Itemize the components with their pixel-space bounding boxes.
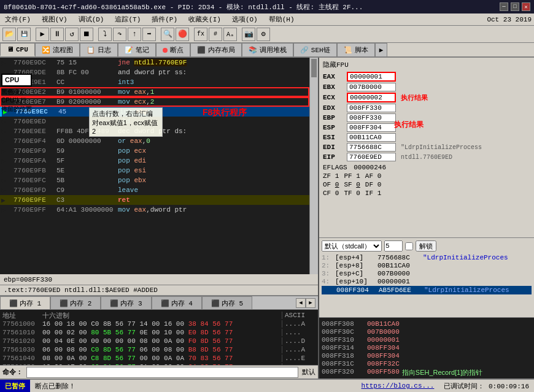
if-val[interactable]: 1 (377, 190, 382, 197)
code-row-10[interactable]: ▶ 7760E9FA 5F pop edi (0, 156, 309, 166)
reg-esi-value[interactable] (347, 133, 396, 142)
menu-favorites[interactable]: 收藏夹(I) (186, 15, 223, 24)
mem-nav-left[interactable]: ◀ (296, 298, 306, 308)
mem-row-2[interactable]: 77561020 00 04 0E 00 00 00 00 00 08 00 0… (1, 337, 317, 345)
mem-row-4[interactable]: 77561040 08 00 0A 00 C8 8D 56 77 00 00 0… (1, 354, 317, 363)
menu-options[interactable]: 选项(O) (230, 15, 260, 24)
tb-step-out[interactable]: ↑ (128, 28, 141, 41)
disasm-scrollbar[interactable] (309, 58, 318, 274)
unlock-button[interactable]: 解锁 (416, 240, 436, 252)
tab-notes[interactable]: 📝 笔记 (118, 43, 156, 56)
reg-eax-value[interactable] (347, 72, 396, 82)
reg-ebp-value[interactable] (347, 113, 396, 122)
tb-pause[interactable]: ⏸ (50, 28, 64, 41)
mem-tab-3[interactable]: ⬛ 内存 3 (101, 296, 151, 309)
menu-trace[interactable]: 追踪(T) (112, 15, 143, 24)
tab-breakpoints[interactable]: 断点 (156, 43, 190, 56)
tb-stop[interactable]: ⏹ (80, 28, 93, 41)
af-val[interactable]: 0 (377, 172, 382, 180)
code-row-15[interactable]: ▶ 7760E9FF 64:A1 30000000 mov eax,dword … (0, 205, 309, 215)
status-url[interactable]: https://blog.cs... (357, 382, 439, 390)
mem-tab-2[interactable]: ⬛ 内存 2 (50, 296, 101, 309)
code-row-4[interactable]: ▶ 7760E9E7 B9 02000000 mov ecx,2 (0, 97, 309, 107)
mem-tab-5[interactable]: ⬛ 内存 5 (202, 296, 252, 309)
menu-help[interactable]: 帮助(H) (266, 15, 297, 24)
close-button[interactable]: ✕ (522, 2, 530, 11)
tab-flowchart[interactable]: 🔀 流程图 (35, 43, 80, 56)
code-row-2[interactable]: ▶ 7760E9E1 CC int3 (0, 77, 309, 87)
tf-val[interactable]: 0 (356, 190, 360, 197)
tb-hash[interactable]: # (209, 28, 222, 41)
tb-goto[interactable]: 🔍 (161, 28, 174, 41)
sf-val[interactable]: 0 (356, 181, 360, 188)
tab-script[interactable]: 📜 脚本 (337, 43, 375, 56)
cf-val[interactable]: 0 (335, 190, 339, 197)
tb-camera[interactable]: 📷 (242, 28, 255, 41)
tb-run[interactable]: ▶ (36, 28, 49, 41)
callstack-convention[interactable]: 默认（stdcall） (322, 240, 382, 252)
mem-nav-right[interactable]: ▶ (306, 298, 315, 308)
reg-eip-value[interactable] (347, 153, 396, 161)
memory-content[interactable]: 地址 十六进制 ASCII 77561000 16 00 18 00 C0 8B… (0, 310, 318, 365)
callstack-count[interactable] (384, 240, 403, 252)
callstack-checkbox[interactable] (405, 242, 413, 250)
code-row-5[interactable]: ▶ 7760E9EC 45 inc ebp (0, 107, 309, 117)
seh-chain-area[interactable]: 008FF308 00B11CA0 008FF30C 007B0000 008F… (319, 317, 534, 379)
maximize-button[interactable]: □ (511, 2, 519, 11)
code-row-9[interactable]: ▶ 7760E9F9 59 pop ecx (0, 146, 309, 156)
tb-breakpoint[interactable]: 🔴 (176, 28, 189, 41)
menu-view[interactable]: 视图(V) (39, 15, 70, 24)
addr-11: 7760E9FB (14, 167, 56, 174)
tab-log[interactable]: 📋 日志 (80, 43, 118, 56)
code-row-6[interactable]: ▶ 7760E9ED cld (0, 117, 309, 126)
mem-tab-4[interactable]: ⬛ 内存 4 (152, 296, 202, 309)
flags-row-3: CF 0 TF 0 IF 1 (323, 190, 530, 197)
mem-tab-label-3: 内存 3 (120, 299, 142, 308)
scrollbar-thumb[interactable] (311, 59, 317, 77)
code-row-0[interactable]: ▶ 7760E9DC 75 15 jne ntdll.7760E9F (0, 58, 309, 67)
tb-step-over[interactable]: ↷ (113, 28, 126, 41)
mem-tab-1[interactable]: ⬛ 内存 1 (0, 296, 50, 309)
menu-debug[interactable]: 调试(D) (76, 15, 107, 24)
disasm-lines[interactable]: ▶ 7760E9DC 75 15 jne ntdll.7760E9F ▶ 776… (0, 58, 309, 274)
reg-ebx-value[interactable] (347, 83, 396, 91)
tab-callstack[interactable]: 📚 调用堆栈 (242, 43, 293, 56)
tb-save[interactable]: 💾 (17, 28, 31, 41)
mem-addr-3: 77561030 (2, 346, 42, 353)
menu-file[interactable]: 文件(F) (2, 15, 33, 24)
code-row-14[interactable]: ▶ 7760E9FE C3 ret (0, 195, 309, 205)
df-val[interactable]: 0 (377, 181, 382, 188)
code-row-11[interactable]: ▶ 7760E9FB 5E pop esi (0, 166, 309, 175)
mem-row-1[interactable]: 77561010 00 00 02 00 80 5B 56 77 0E 00 1… (1, 328, 317, 337)
code-row-12[interactable]: ▶ 7760E9FC 5B pop ebx (0, 175, 309, 185)
tb-step-into[interactable]: ⤵ (98, 28, 112, 41)
reg-edx-value[interactable] (347, 104, 396, 112)
tab-memory-layout[interactable]: ⬛ 内存布局 (190, 43, 242, 56)
menu-plugin[interactable]: 插件(P) (149, 15, 180, 24)
mem-header: 地址 十六进制 ASCII (1, 311, 317, 320)
code-row-8[interactable]: ▶ 7760E9F4 0D 00000000 or eax,0 (0, 136, 309, 146)
zf-val[interactable]: 1 (335, 172, 339, 180)
command-input[interactable] (26, 367, 298, 378)
tb-fx[interactable]: fx (194, 28, 207, 41)
code-row-13[interactable]: ▶ 7760E9FD C9 leave (0, 185, 309, 195)
tab-cpu[interactable]: 🖥 CPU (0, 43, 35, 56)
pf-val[interactable]: 1 (356, 172, 360, 180)
of-val[interactable]: 0 (335, 181, 339, 188)
tb-open[interactable]: 📂 (2, 28, 16, 41)
tb-settings[interactable]: ⚙ (257, 28, 270, 41)
code-row-1[interactable]: ▶ 7760E9DE 8B FC 00 and dword ptr ss: (0, 67, 309, 77)
code-row-7[interactable]: ▶ 7760E9EE FF8B 4DF06489 dec dword ptr d… (0, 126, 309, 136)
tab-more[interactable]: ▶ (375, 43, 388, 56)
mem-row-0[interactable]: 77561000 16 00 18 00 C0 8B 56 77 14 00 1… (1, 320, 317, 328)
tb-restart[interactable]: ↺ (65, 28, 79, 41)
tb-run-to[interactable]: ➡ (142, 28, 156, 41)
tab-seh[interactable]: 🔗 SEH链 (293, 43, 337, 56)
reg-ecx-value[interactable] (347, 93, 396, 102)
mem-row-3[interactable]: 77561030 06 00 08 00 C0 8D 56 77 06 00 0… (1, 345, 317, 354)
reg-edi-value[interactable] (347, 143, 396, 152)
tb-aa[interactable]: Aₐ (223, 28, 237, 41)
minimize-button[interactable]: ─ (500, 2, 508, 11)
code-row-3[interactable]: ▶ 7760E9E2 B9 01000000 mov eax,1 (0, 87, 309, 97)
reg-esp-value[interactable] (347, 123, 396, 132)
